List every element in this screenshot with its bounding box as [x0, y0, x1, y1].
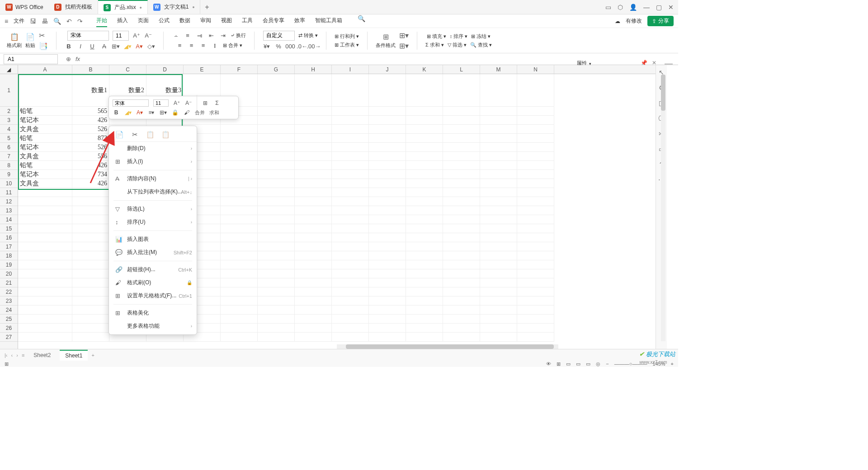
cell[interactable]: [369, 224, 406, 233]
cell[interactable]: [221, 296, 258, 306]
vertical-scrollbar[interactable]: [661, 75, 665, 341]
cell[interactable]: [18, 197, 72, 206]
strike-icon[interactable]: A̶: [100, 42, 108, 51]
cell[interactable]: [406, 324, 443, 333]
preview-icon[interactable]: 🔍: [53, 18, 61, 25]
cell[interactable]: [369, 269, 406, 278]
cell[interactable]: [369, 206, 406, 215]
cell[interactable]: [332, 333, 369, 342]
cell[interactable]: [369, 107, 406, 116]
bold-icon[interactable]: B: [65, 42, 73, 51]
cell[interactable]: [221, 161, 258, 170]
view-break-icon[interactable]: ▭: [586, 361, 590, 367]
sum-button[interactable]: Σ求和▾: [425, 42, 444, 48]
cell[interactable]: [517, 179, 554, 188]
format-painter-button[interactable]: 📋格式刷: [7, 33, 22, 49]
indent-dec-icon[interactable]: ⇤: [207, 32, 215, 40]
cell[interactable]: [369, 306, 406, 315]
cell[interactable]: [72, 324, 109, 333]
cell[interactable]: 565: [72, 107, 109, 116]
align-center-icon[interactable]: ≡: [188, 42, 196, 50]
cell[interactable]: [221, 206, 258, 215]
cell[interactable]: [18, 315, 72, 324]
font-size-select[interactable]: [113, 31, 129, 41]
tab-start[interactable]: 开始: [96, 15, 107, 27]
row-header[interactable]: 16: [0, 233, 18, 242]
freeze-button[interactable]: ⊞冻结▾: [471, 33, 491, 40]
cell[interactable]: [258, 215, 295, 224]
row-header[interactable]: 3: [0, 116, 18, 125]
horizontal-scrollbar[interactable]: [337, 344, 558, 349]
cell[interactable]: [221, 287, 258, 296]
cell[interactable]: [72, 206, 109, 215]
cell[interactable]: [258, 143, 295, 152]
cell[interactable]: [406, 116, 443, 125]
cell[interactable]: [18, 278, 72, 287]
cell[interactable]: [295, 287, 332, 296]
cell[interactable]: [480, 224, 517, 233]
cell[interactable]: [18, 233, 72, 242]
cell[interactable]: [443, 107, 480, 116]
font-color-icon[interactable]: A▾: [135, 42, 143, 51]
cell[interactable]: [258, 278, 295, 287]
cell[interactable]: [221, 324, 258, 333]
sheet-prev-icon[interactable]: ‹: [11, 352, 13, 358]
fill-color-icon[interactable]: ◢▾: [123, 42, 132, 51]
col-header-E[interactable]: E: [184, 65, 221, 74]
cell[interactable]: [443, 74, 480, 107]
cell[interactable]: [221, 134, 258, 143]
cell[interactable]: [258, 161, 295, 170]
tab-page[interactable]: 页面: [138, 15, 149, 27]
cell[interactable]: [258, 333, 295, 342]
cell[interactable]: [406, 333, 443, 342]
cell[interactable]: [480, 152, 517, 161]
panel-icon[interactable]: ▭: [605, 4, 611, 11]
cell[interactable]: [443, 251, 480, 260]
cell[interactable]: [517, 251, 554, 260]
row-header[interactable]: 21: [0, 278, 18, 287]
cell[interactable]: [480, 333, 517, 342]
cell[interactable]: [369, 315, 406, 324]
mini-bold-icon[interactable]: B: [113, 109, 120, 116]
filter-button[interactable]: ▽筛选▾: [448, 42, 467, 48]
cell[interactable]: [332, 287, 369, 296]
cell[interactable]: [258, 134, 295, 143]
mini-merge-icon[interactable]: ⊞: [202, 100, 209, 106]
cell[interactable]: [480, 170, 517, 179]
cell[interactable]: [369, 287, 406, 296]
cell[interactable]: [406, 296, 443, 306]
cell[interactable]: [406, 107, 443, 116]
cell[interactable]: [517, 324, 554, 333]
cell[interactable]: [517, 107, 554, 116]
cell[interactable]: [517, 260, 554, 269]
cell[interactable]: [258, 107, 295, 116]
cell[interactable]: [517, 116, 554, 125]
undo-icon[interactable]: ↶: [66, 18, 72, 25]
cell[interactable]: [221, 233, 258, 242]
cell[interactable]: [332, 278, 369, 287]
cell[interactable]: [480, 269, 517, 278]
row-header[interactable]: 1: [0, 74, 18, 107]
cell[interactable]: [221, 260, 258, 269]
row-header[interactable]: 2: [0, 107, 18, 116]
cell[interactable]: [258, 74, 295, 107]
transpose-button[interactable]: ⇄转换▾: [298, 32, 318, 39]
align-left-icon[interactable]: ≡: [176, 42, 184, 50]
cell[interactable]: [480, 134, 517, 143]
cell[interactable]: [443, 170, 480, 179]
cell[interactable]: [443, 116, 480, 125]
cell[interactable]: [18, 251, 72, 260]
cell[interactable]: [72, 197, 109, 206]
italic-icon[interactable]: I: [76, 42, 85, 51]
cell[interactable]: [517, 278, 554, 287]
cell[interactable]: [406, 125, 443, 134]
font-select[interactable]: [67, 31, 109, 41]
cell[interactable]: [221, 333, 258, 342]
cell[interactable]: 笔记本: [18, 170, 72, 179]
cell[interactable]: [443, 324, 480, 333]
underline-icon[interactable]: U: [88, 42, 96, 51]
col-header-G[interactable]: G: [258, 65, 295, 74]
ctx-more[interactable]: 更多表格功能›: [109, 320, 197, 333]
cell[interactable]: [406, 260, 443, 269]
paste-button[interactable]: 📄粘贴: [25, 33, 35, 49]
